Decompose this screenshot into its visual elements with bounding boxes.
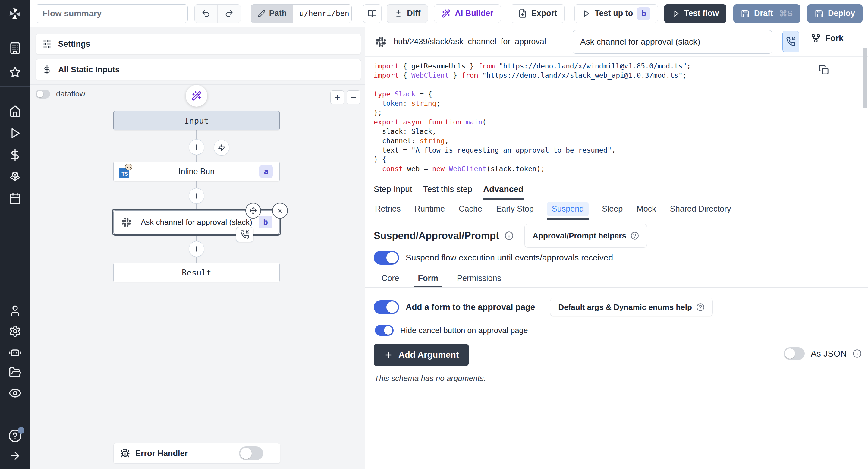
subtab-core[interactable]: Core: [377, 271, 404, 287]
path-button[interactable]: Path u/henri/ben: [251, 4, 352, 23]
pencil-icon: [258, 10, 266, 18]
path-value: u/henri/ben: [293, 4, 352, 23]
subtab-permissions[interactable]: Permissions: [453, 271, 505, 287]
resources-boxes-icon[interactable]: [9, 170, 22, 183]
zoom-out-button[interactable]: −: [347, 90, 361, 104]
test-up-to-step-badge: b: [637, 7, 650, 20]
flow-node-inline-bun[interactable]: TS Inline Bun a: [113, 162, 280, 182]
subtab-form[interactable]: Form: [414, 271, 443, 287]
add-form-toggle-label: Add a form to the approval page: [406, 302, 535, 312]
favorites-star-icon[interactable]: [9, 66, 22, 79]
tab-cache[interactable]: Cache: [458, 200, 483, 220]
ai-builder-button[interactable]: AI Builder: [434, 4, 501, 23]
fork-button[interactable]: Fork: [811, 33, 844, 43]
schedules-calendar-icon[interactable]: [9, 192, 22, 205]
expand-arrow-icon[interactable]: [9, 450, 21, 462]
user-icon[interactable]: [9, 305, 22, 317]
undo-redo-group: [194, 4, 241, 23]
add-argument-button[interactable]: Add Argument: [374, 344, 469, 366]
test-flow-label: Test flow: [684, 9, 719, 18]
tab-suspend[interactable]: Suspend: [547, 200, 589, 220]
bug-icon: [120, 448, 130, 458]
dataflow-toggle[interactable]: [36, 90, 50, 99]
step-id-badge-b: b: [259, 216, 272, 228]
deploy-button[interactable]: Deploy: [807, 4, 863, 23]
ai-robot-icon[interactable]: [9, 346, 22, 358]
error-handler-toggle[interactable]: [239, 446, 263, 460]
editor-scrollbar-thumb[interactable]: [863, 48, 867, 108]
redo-button[interactable]: [218, 4, 241, 23]
code-editor[interactable]: import { getResumeUrls } from "https://d…: [365, 57, 868, 180]
book-button[interactable]: [363, 4, 381, 23]
tab-mock[interactable]: Mock: [636, 200, 657, 220]
dollar-icon: [42, 65, 52, 74]
input-node-label: Input: [184, 116, 209, 125]
settings-gear-icon[interactable]: [9, 325, 22, 338]
tab-step-input[interactable]: Step Input: [374, 180, 412, 199]
folders-icon[interactable]: [9, 366, 22, 379]
error-handler-row[interactable]: Error Handler: [113, 443, 280, 464]
wand-icon: [441, 9, 451, 18]
help-circle-icon[interactable]: [8, 429, 22, 443]
add-step-button-1[interactable]: [189, 139, 204, 155]
ai-flow-wand-button[interactable]: [186, 85, 207, 107]
tab-early-stop[interactable]: Early Stop: [495, 200, 534, 220]
all-static-inputs-label: All Static Inputs: [58, 65, 120, 74]
flow-node-input[interactable]: Input: [113, 111, 280, 130]
phone-incoming-icon: [786, 37, 796, 46]
flow-settings-row[interactable]: Settings: [36, 34, 361, 54]
test-flow-button[interactable]: Test flow: [664, 4, 726, 23]
copy-code-button[interactable]: [818, 64, 829, 75]
zoom-in-button[interactable]: +: [330, 90, 344, 104]
undo-button[interactable]: [195, 4, 218, 23]
variables-dollar-icon[interactable]: [9, 149, 22, 161]
windmill-logo-icon[interactable]: [8, 7, 22, 21]
add-step-button-2[interactable]: [189, 188, 204, 204]
hide-cancel-toggle[interactable]: [375, 325, 394, 336]
test-up-to-button[interactable]: Test up to b: [575, 4, 658, 23]
diff-label: Diff: [407, 9, 421, 18]
step-tabs: Step Input Test this step Advanced: [365, 180, 868, 200]
result-node-label: Result: [182, 268, 211, 277]
suspend-phone-badge[interactable]: [236, 227, 253, 242]
tab-advanced[interactable]: Advanced: [483, 180, 524, 199]
export-file-icon: [518, 9, 527, 18]
runs-play-icon[interactable]: [9, 127, 21, 139]
draft-button[interactable]: Draft ⌘S: [733, 4, 800, 23]
move-step-handle[interactable]: [245, 203, 261, 219]
tab-test-this-step[interactable]: Test this step: [423, 180, 472, 199]
add-step-button-3[interactable]: [189, 241, 204, 257]
tab-sleep[interactable]: Sleep: [601, 200, 623, 220]
as-json-toggle[interactable]: [784, 347, 805, 360]
fork-label: Fork: [825, 33, 844, 43]
diff-button[interactable]: Diff: [387, 4, 428, 23]
suspend-approval-indicator-button[interactable]: [782, 31, 799, 53]
export-button[interactable]: Export: [510, 4, 565, 23]
top-toolbar: Path u/henri/ben Diff AI Builder Export: [30, 0, 868, 27]
tab-retries[interactable]: Retries: [374, 200, 401, 220]
step-editor-header: hub/2439/slack/ask_channel_for_approval …: [365, 27, 868, 57]
add-trigger-button[interactable]: [214, 140, 229, 156]
tab-shared-directory[interactable]: Shared Directory: [670, 200, 732, 220]
default-args-help-button[interactable]: Default args & Dynamic enums help: [550, 298, 713, 316]
audit-eye-icon[interactable]: [8, 386, 22, 400]
suspend-flow-toggle[interactable]: [374, 251, 399, 264]
flow-node-approval-selected[interactable]: Ask channel for approval (slack) b: [113, 210, 280, 234]
flow-node-result[interactable]: Result: [113, 263, 280, 282]
approval-prompt-helpers-button[interactable]: Approval/Prompt helpers: [524, 224, 647, 248]
bun-typescript-icon: TS: [119, 166, 131, 178]
workspace-building-icon[interactable]: [9, 42, 22, 55]
add-form-toggle[interactable]: [374, 300, 399, 314]
sidebar-divider: [0, 86, 30, 87]
clipboard-icon: [818, 64, 829, 75]
delete-step-button[interactable]: [272, 203, 288, 219]
hub-script-path: hub/2439/slack/ask_channel_for_approval: [394, 37, 546, 46]
as-json-row: As JSON: [784, 347, 862, 360]
step-name-input[interactable]: [572, 30, 772, 54]
all-static-inputs-row[interactable]: All Static Inputs: [36, 59, 361, 80]
tab-runtime[interactable]: Runtime: [414, 200, 446, 220]
home-icon[interactable]: [9, 105, 22, 118]
dataflow-toggle-row: dataflow: [36, 89, 85, 99]
flow-summary-input[interactable]: [36, 4, 188, 23]
info-icon: [852, 349, 862, 358]
